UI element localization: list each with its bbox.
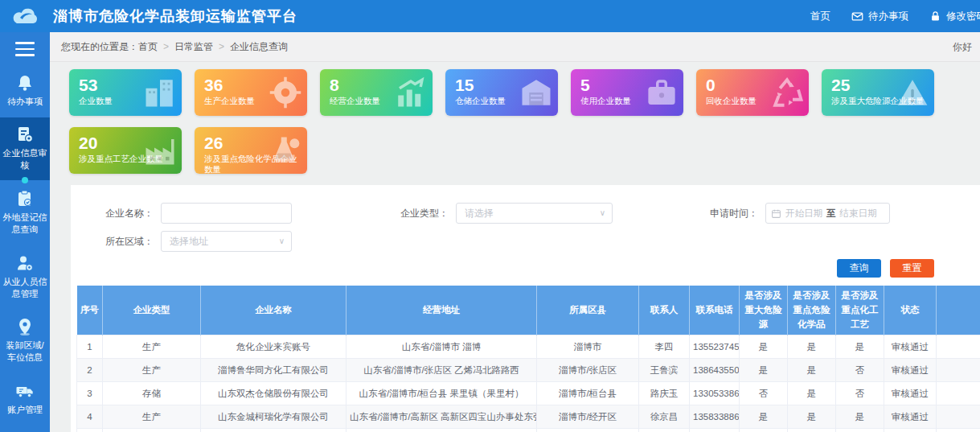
table-row[interactable]: 5生产 淄博齐翔腾达化工股份有限公司山东省/淄博市/临淄区 杨坡路206号 淄博… (77, 429, 980, 432)
status-cell: 审核通过 (884, 382, 937, 405)
region-select[interactable]: 选择地址 ∨ (161, 231, 292, 252)
company-type-placeholder: 请选择 (465, 207, 494, 220)
top-header: 淄博市危险化学品装卸运输监管平台 首页 待办事项 修改密码 (0, 0, 980, 32)
apply-time-label: 申请时间： (680, 207, 765, 220)
menu-toggle-icon[interactable] (0, 32, 50, 64)
col-enterprise-name: 企业名称 (201, 286, 346, 335)
nav-home[interactable]: 首页 (810, 10, 830, 23)
search-button[interactable]: 查询 (837, 259, 881, 278)
col-status: 状态 (884, 286, 937, 335)
company-type-label: 企业类型： (371, 207, 456, 220)
breadcrumb-enterprise-info-query: 企业信息查询 (230, 40, 288, 54)
sidebar-item-label: 外地登记信息查询 (2, 212, 48, 236)
chevron-down-icon: ∨ (279, 237, 285, 245)
map-pin-icon (15, 317, 35, 336)
enterprise-table: 序号 企业类型 企业名称 经营地址 所属区县 联系人 联系电话 是否涉及重大危险… (76, 286, 980, 432)
main-area: 您现在的位置是： 首页 > 日常监管 > 企业信息查询 你好 53 企业数量 3… (50, 32, 980, 432)
clipboard-check-icon (15, 189, 35, 208)
table-row[interactable]: 1生产 危化企业来宾账号山东省/淄博市 淄博 淄博市李四 13552374536… (77, 335, 980, 359)
bar-chart-icon (394, 76, 428, 109)
doc-gear-icon (15, 125, 35, 144)
table-header: 序号 企业类型 企业名称 经营地址 所属区县 联系人 联系电话 是否涉及重大危险… (77, 286, 980, 335)
nav-change-password[interactable]: 修改密码 (929, 10, 980, 23)
sidebar-item-personnel-info-management[interactable]: 从业人员信息管理 (0, 246, 50, 309)
reset-button[interactable]: 重置 (890, 259, 934, 278)
region-placeholder: 选择地址 (170, 235, 208, 249)
col-contact: 联系人 (639, 286, 690, 335)
building-icon (143, 76, 177, 109)
company-type-select[interactable]: 请选择 ∨ (456, 203, 613, 224)
status-cell: 审核通过 (884, 335, 937, 359)
col-key-chemicals: 是否涉及重点危险化学品 (788, 286, 836, 335)
greeting-text: 你好 (953, 40, 972, 54)
breadcrumb-separator: > (163, 41, 169, 52)
page-title: 淄博市危险化学品装卸运输监管平台 (53, 6, 297, 26)
sidebar-item-enterprise-info-audit[interactable]: 企业信息审核 (0, 117, 50, 180)
nav-home-label: 首页 (810, 10, 830, 23)
status-cell: 审核通过 (884, 359, 937, 382)
end-date-placeholder: 结束日期 (840, 208, 877, 220)
briefcase-icon (645, 76, 679, 109)
stat-card-2[interactable]: 8 经营企业数量 (320, 69, 433, 116)
apply-time-range-picker[interactable]: 开始日期 至 结束日期 (765, 203, 890, 224)
col-phone: 联系电话 (690, 286, 740, 335)
sidebar-item-account-management[interactable]: 账户管理 (0, 374, 50, 425)
region-label: 所在区域： (76, 235, 161, 249)
stat-card-5[interactable]: 0 回收企业数量 (696, 69, 809, 116)
nav-todo-label: 待办事项 (868, 10, 908, 23)
nav-todo[interactable]: 待办事项 (851, 10, 908, 23)
truck-icon (15, 381, 35, 401)
warehouse-icon (519, 76, 553, 109)
table-row[interactable]: 3存储 山东双杰仓储股份有限公司山东省/淄博市/桓台县 果里镇（果里村） 淄博市… (77, 382, 980, 405)
sidebar-item-label: 账户管理 (2, 404, 48, 416)
sidebar-item-offsite-registration-query[interactable]: 外地登记信息查询 (0, 182, 50, 245)
sidebar-item-label: 企业信息审核 (2, 147, 48, 171)
filter-row-2: 所在区域： 选择地址 ∨ (76, 231, 980, 252)
stat-card-1[interactable]: 36 生产企业数量 (195, 69, 307, 116)
sidebar-item-loading-area-parking-info[interactable]: 装卸区域/车位信息 (0, 310, 50, 372)
company-name-label: 企业名称： (76, 207, 161, 220)
calendar-icon (771, 208, 781, 219)
col-enterprise-type: 企业类型 (103, 286, 201, 335)
breadcrumb-home[interactable]: 首页 (138, 40, 158, 54)
sidebar-item-label: 从业人员信息管理 (2, 276, 48, 300)
nav-change-password-label: 修改密码 (946, 10, 980, 23)
warning-icon (896, 76, 929, 109)
breadcrumb-prefix: 您现在的位置是： (61, 40, 138, 54)
filter-buttons: 查询 重置 (76, 259, 980, 278)
header-nav: 首页 待办事项 修改密码 (810, 0, 980, 32)
sidebar-item-todo[interactable]: 待办事项 (0, 66, 50, 117)
breadcrumb-daily-supervision[interactable]: 日常监管 (174, 40, 213, 54)
company-name-input[interactable] (161, 203, 292, 224)
recycle-icon (770, 76, 804, 109)
breadcrumb: 您现在的位置是： 首页 > 日常监管 > 企业信息查询 你好 (50, 32, 980, 62)
status-cell: 审核通过 (884, 405, 937, 429)
sidebar-item-label: 待办事项 (2, 96, 48, 108)
stat-card-7[interactable]: 20 涉及重点工艺企业数量 (69, 127, 182, 174)
col-actions (937, 286, 980, 335)
stat-card-3[interactable]: 15 仓储企业数量 (445, 69, 558, 116)
col-index: 序号 (77, 286, 103, 335)
status-cell: 审核通过 (884, 429, 937, 432)
mail-icon (851, 10, 863, 23)
stat-card-0[interactable]: 53 企业数量 (69, 69, 182, 116)
chevron-down-icon: ∨ (600, 208, 605, 217)
start-date-placeholder: 开始日期 (785, 208, 822, 220)
table-row[interactable]: 4生产 山东金城柯瑞化学有限公司山东省/淄博市/高新区 高新区四宝山办事处东张村… (77, 405, 980, 429)
col-business-address: 经营地址 (346, 286, 537, 335)
factory-icon (143, 134, 177, 167)
filter-table-panel: 企业名称： 企业类型： 请选择 ∨ 申请时间： 开始日期 至 结束日期 (71, 185, 980, 432)
content: 53 企业数量 36 生产企业数量 (50, 62, 980, 432)
bell-icon (15, 73, 35, 93)
breadcrumb-separator: > (219, 41, 224, 52)
flask-icon (269, 134, 302, 167)
date-separator: 至 (826, 208, 836, 220)
stat-card-6[interactable]: 25 涉及重大危险源企业数量 (822, 69, 934, 116)
col-key-process: 是否涉及重点化工工艺 (836, 286, 884, 335)
col-major-hazard: 是否涉及重大危险源 (740, 286, 788, 335)
stat-card-4[interactable]: 5 使用企业数量 (571, 69, 683, 116)
filter-row-1: 企业名称： 企业类型： 请选择 ∨ 申请时间： 开始日期 至 结束日期 (76, 203, 980, 224)
col-district: 所属区县 (537, 286, 639, 335)
stat-card-8[interactable]: 26 涉及重点危险化学品企业数量 (195, 127, 307, 174)
table-row[interactable]: 2生产 淄博鲁华同方化工有限公司山东省/淄博市/张店区 乙烯冯北路路西 淄博市/… (77, 359, 980, 382)
